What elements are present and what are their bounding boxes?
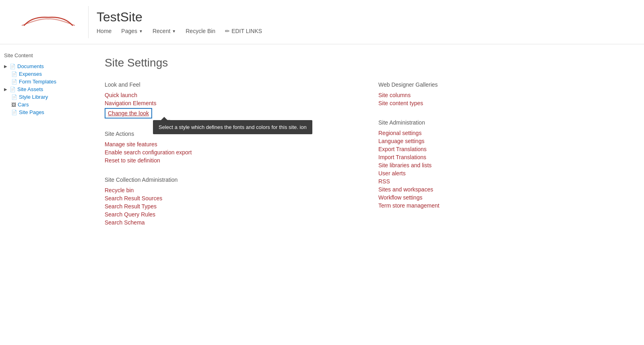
image-icon: 🖼: [11, 102, 16, 108]
folder-icon: 📄: [11, 94, 17, 100]
link-language-settings[interactable]: Language settings: [378, 137, 628, 145]
left-column: Look and Feel Quick launch Navigation El…: [105, 81, 354, 239]
link-export-translations[interactable]: Export Translations: [378, 145, 628, 153]
section-site-collection-admin: Site Collection Administration Recycle b…: [105, 177, 354, 227]
page-title: Site Settings: [105, 56, 628, 69]
site-title-area: TestSite Home Pages ▼ Recent ▼ Recycle B…: [97, 10, 262, 34]
link-change-the-look[interactable]: Change the look: [105, 108, 152, 118]
link-search-query-rules[interactable]: Search Query Rules: [105, 210, 354, 218]
tooltip-arrow: [161, 117, 167, 120]
sidebar-item-site-assets[interactable]: ▶ 📄 Site Assets: [4, 85, 85, 93]
link-navigation-elements[interactable]: Navigation Elements: [105, 99, 354, 107]
top-header: TestSite Home Pages ▼ Recent ▼ Recycle B…: [0, 0, 644, 44]
nav-home[interactable]: Home: [97, 28, 111, 34]
right-column: Web Designer Galleries Site columns Site…: [378, 81, 628, 239]
arrow-icon: ▶: [4, 64, 7, 69]
sidebar-item-documents[interactable]: ▶ 📄 Documents: [4, 62, 85, 70]
section-heading-site-actions: Site Actions: [105, 131, 354, 137]
link-quick-launch[interactable]: Quick launch: [105, 91, 354, 99]
link-workflow-settings[interactable]: Workflow settings: [378, 193, 628, 202]
link-import-translations[interactable]: Import Translations: [378, 153, 628, 161]
section-heading-web-designer-galleries: Web Designer Galleries: [378, 81, 628, 88]
sidebar-title: Site Content: [4, 52, 85, 58]
section-site-administration: Site Administration Regional settings La…: [378, 119, 628, 210]
settings-grid: Look and Feel Quick launch Navigation El…: [105, 81, 628, 239]
arrow-icon: ▶: [4, 87, 7, 91]
link-site-columns[interactable]: Site columns: [378, 91, 628, 99]
section-look-and-feel: Look and Feel Quick launch Navigation El…: [105, 81, 354, 118]
section-web-designer-galleries: Web Designer Galleries Site columns Site…: [378, 81, 628, 107]
pages-chevron-icon: ▼: [139, 29, 143, 33]
sidebar: Site Content ▶ 📄 Documents 📄 Expenses 📄 …: [0, 44, 89, 345]
change-the-look-container: Change the look ☞ Select a style which d…: [105, 108, 152, 118]
link-term-store-management[interactable]: Term store management: [378, 202, 628, 210]
folder-icon: 📄: [11, 110, 17, 115]
nav-recent[interactable]: Recent ▼: [153, 28, 176, 34]
pencil-icon: ✏: [225, 28, 230, 34]
sidebar-item-site-pages[interactable]: 📄 Site Pages: [4, 108, 85, 116]
link-site-content-types[interactable]: Site content types: [378, 99, 628, 107]
section-heading-site-administration: Site Administration: [378, 119, 628, 126]
nav-recycle-bin[interactable]: Recycle Bin: [186, 28, 215, 34]
link-site-libraries-and-lists[interactable]: Site libraries and lists: [378, 161, 628, 169]
folder-icon: 📄: [11, 79, 17, 85]
folder-icon: 📄: [10, 87, 16, 92]
content-area: Site Settings Look and Feel Quick launch…: [89, 44, 644, 345]
sidebar-item-cars[interactable]: 🖼 Cars: [4, 101, 85, 108]
link-regional-settings[interactable]: Regional settings: [378, 129, 628, 137]
link-search-result-sources[interactable]: Search Result Sources: [105, 194, 354, 202]
folder-icon: 📄: [10, 64, 16, 69]
site-logo: [8, 6, 89, 38]
cursor-icon: ☞: [164, 117, 171, 126]
section-heading-site-collection-admin: Site Collection Administration: [105, 177, 354, 183]
sidebar-item-expenses[interactable]: 📄 Expenses: [4, 70, 85, 78]
link-search-result-types[interactable]: Search Result Types: [105, 202, 354, 210]
edit-links-button[interactable]: ✏ EDIT LINKS: [225, 28, 262, 34]
link-user-alerts[interactable]: User alerts: [378, 169, 628, 177]
section-heading-look-and-feel: Look and Feel: [105, 81, 354, 88]
link-manage-site-features[interactable]: Manage site features: [105, 140, 354, 148]
recent-chevron-icon: ▼: [172, 29, 176, 33]
link-recycle-bin[interactable]: Recycle bin: [105, 186, 354, 194]
link-reset-to-site-definition[interactable]: Reset to site definition: [105, 156, 354, 164]
link-search-schema[interactable]: Search Schema: [105, 218, 354, 227]
nav-bar: Home Pages ▼ Recent ▼ Recycle Bin ✏ EDIT…: [97, 28, 262, 34]
sidebar-item-form-templates[interactable]: 📄 Form Templates: [4, 78, 85, 85]
link-sites-and-workspaces[interactable]: Sites and workspaces: [378, 185, 628, 193]
sidebar-item-style-library[interactable]: 📄 Style Library: [4, 93, 85, 101]
folder-icon: 📄: [11, 71, 17, 77]
link-rss[interactable]: RSS: [378, 177, 628, 185]
main-container: Site Content ▶ 📄 Documents 📄 Expenses 📄 …: [0, 44, 644, 345]
nav-pages[interactable]: Pages ▼: [121, 28, 143, 34]
link-enable-search-config-export[interactable]: Enable search configuration export: [105, 148, 354, 156]
section-site-actions: Site Actions Manage site features Enable…: [105, 131, 354, 164]
site-title: TestSite: [97, 10, 262, 25]
